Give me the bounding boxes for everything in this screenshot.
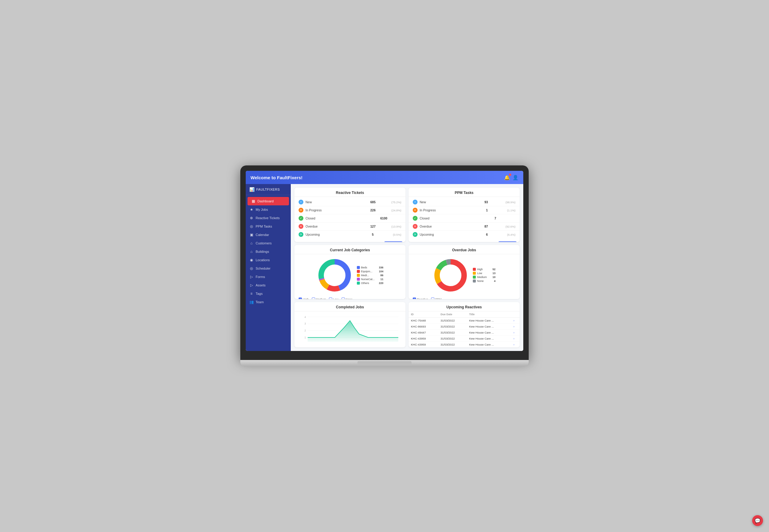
row-title: Kew House Care ... (467, 330, 511, 336)
sidebar-nav: ▦ Dashboard ★ My Jobs ⊕ Reactive Tickets (246, 195, 291, 308)
job-categories-card: Current Job Categories (294, 245, 406, 299)
svg-text:1: 1 (304, 336, 306, 339)
upcoming-reactives-table: ID Due Date Title KHC-75448 (409, 311, 520, 347)
ticket-pct: (0.5%) (393, 233, 401, 236)
user-avatar-icon[interactable]: 👤 (513, 175, 519, 180)
high-checkbox-box: ✓ (298, 298, 302, 299)
list-item: Beds 336 (357, 266, 383, 269)
list-item: High 52 (473, 268, 495, 271)
overdue-jobs-title: Overdue Jobs (409, 245, 520, 254)
job-categories-donut (316, 257, 353, 293)
scheduler-icon: ◎ (249, 266, 253, 271)
table-row: KHC-43959 31/03/2022 Kew House Care ... … (409, 336, 520, 342)
row-id: KHC-49447 (409, 330, 438, 336)
reactive-checkbox[interactable]: ✓ Reactive (413, 298, 428, 299)
ppm-tasks-card: PPM Tasks + New 93 (98.9%) ⟳ (409, 188, 520, 242)
row-action[interactable]: › (511, 342, 520, 348)
ticket-label: New (305, 200, 370, 204)
upcoming-status-icon: ⟳ (298, 232, 303, 237)
row-id: KHC-43959 (409, 336, 438, 342)
ticket-count: 7 (495, 216, 507, 220)
row-due: 31/03/2022 (438, 324, 467, 330)
list-item: Others 220 (357, 282, 383, 285)
sidebar-item-buildings[interactable]: ⌂ Buildings (246, 247, 291, 256)
logo-text: FAULTFIXERS (256, 188, 280, 191)
sidebar-item-tags[interactable]: ≡ Tags (246, 289, 291, 298)
ppm-checkbox[interactable]: PPM (431, 298, 442, 299)
table-row: + New 93 (98.9%) (409, 198, 520, 206)
none-label: None (346, 298, 353, 299)
sidebar-item-dashboard[interactable]: ▦ Dashboard (247, 197, 289, 205)
sidebar-item-customers[interactable]: ⌂ Customers (246, 239, 291, 247)
completed-jobs-title: Completed Jobs (294, 302, 406, 311)
new-status-icon: + (298, 200, 303, 204)
job-categories-checkboxes: ✓ High Medium Low (294, 296, 406, 299)
table-row: KHC-86693 31/03/2022 Kew House Care ... … (409, 324, 520, 330)
row-title: Kew House Care ... (467, 336, 511, 342)
dashboard-icon: ▦ (251, 199, 255, 203)
sidebar-item-my-jobs[interactable]: ★ My Jobs (246, 205, 291, 214)
svg-text:2: 2 (304, 329, 306, 332)
completed-jobs-chart: 4 3 2 1 (298, 314, 401, 345)
notification-bell-icon[interactable]: 🔔 (504, 175, 510, 180)
sidebar-item-ppm-tasks[interactable]: ◎ PPM Tasks (246, 222, 291, 231)
legend-count: 336 (376, 266, 383, 269)
overdue-jobs-checkboxes: ✓ Reactive PPM (409, 296, 520, 299)
legend-count: 52 (488, 268, 496, 271)
laptop-outer: Welcome to FaultFixers! 🔔 👤 📊 (240, 165, 529, 367)
sidebar-item-forms[interactable]: ▷ Forms (246, 273, 291, 281)
low-color (473, 272, 476, 275)
ticket-label: Closed (305, 216, 380, 220)
sidebar-item-team[interactable]: 👥 Team (246, 298, 291, 306)
sidebar-item-reactive-tickets[interactable]: ⊕ Reactive Tickets (246, 214, 291, 222)
legend-label: Equipm... (361, 270, 372, 273)
medium-checkbox[interactable]: Medium (312, 298, 326, 299)
table-row: ⟳ In Progress 1 (1.1%) (409, 206, 520, 214)
nursecat-color (357, 278, 360, 281)
row-due: 31/03/2022 (438, 342, 467, 348)
others-color (357, 282, 360, 285)
completed-jobs-chart-area: 4 3 2 1 (294, 311, 406, 347)
table-row: KHC-75448 31/03/2022 Kew House Care ... … (409, 318, 520, 324)
sidebar-item-label: Buildings (256, 250, 269, 253)
table-row: ✕ Overdue 127 (13.9%) (294, 222, 406, 231)
sidebar-item-assets[interactable]: ▷ Assets (246, 281, 291, 289)
ticket-label: Upcoming (305, 233, 372, 236)
high-checkbox[interactable]: ✓ High (298, 298, 309, 299)
list-item: None 4 (473, 280, 495, 283)
chat-fab-button[interactable]: 💬 (752, 515, 763, 526)
list-item: Equipm... 104 (357, 270, 383, 273)
in-progress-status-icon: ⟳ (298, 208, 303, 213)
top-bar: Welcome to FaultFixers! 🔔 👤 (246, 171, 523, 184)
low-checkbox[interactable]: Low (329, 298, 338, 299)
overdue-jobs-donut (433, 257, 469, 293)
row-action[interactable]: › (511, 318, 520, 324)
ppm-checkbox-box (431, 298, 435, 299)
row-action[interactable]: › (511, 324, 520, 330)
ppm-tasks-see-more-button[interactable]: See More (498, 241, 517, 242)
legend-label: NurseCat... (361, 278, 375, 281)
sidebar-item-label: Reactive Tickets (256, 216, 280, 220)
sidebar-item-label: My Jobs (256, 208, 268, 211)
sidebar-item-scheduler[interactable]: ◎ Scheduler (246, 264, 291, 273)
legend-label: Others (361, 282, 369, 285)
none-checkbox-box (341, 298, 345, 299)
reactive-tickets-see-more-button[interactable]: See More (384, 241, 403, 242)
laptop-trackpad (357, 361, 412, 365)
high-label: High (303, 298, 309, 299)
row-action[interactable]: › (511, 330, 520, 336)
sidebar-item-calendar[interactable]: ▣ Calendar (246, 231, 291, 239)
overdue-status-icon: ✕ (298, 224, 303, 229)
list-item: Medi... 86 (357, 274, 383, 277)
ppm-tasks-footer: See More (409, 240, 520, 242)
none-checkbox[interactable]: None (341, 298, 353, 299)
sidebar-item-locations[interactable]: ◉ Locations (246, 256, 291, 264)
row-due: 31/03/2022 (438, 330, 467, 336)
my-jobs-icon: ★ (249, 207, 253, 212)
ticket-pct: (24.8%) (392, 209, 401, 212)
row-action[interactable]: › (511, 336, 520, 342)
ticket-label: Upcoming (420, 233, 486, 236)
row-id: KHC-86693 (409, 324, 438, 330)
ticket-count: 1 (486, 208, 498, 212)
ticket-label: New (420, 200, 485, 204)
